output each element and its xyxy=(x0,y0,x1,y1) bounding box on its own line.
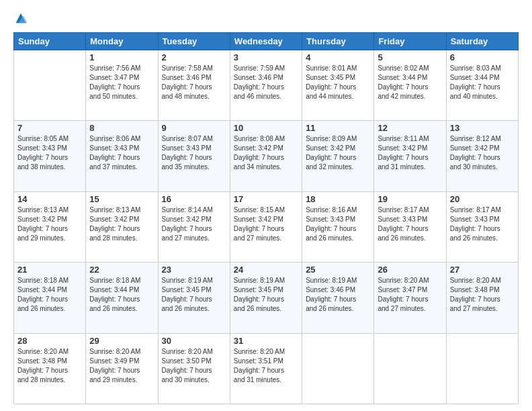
calendar-cell: 30Sunrise: 8:20 AM Sunset: 3:50 PM Dayli… xyxy=(158,333,230,404)
day-number: 19 xyxy=(378,194,442,204)
day-number: 7 xyxy=(17,123,82,133)
day-number: 20 xyxy=(450,194,515,204)
day-info: Sunrise: 8:20 AM Sunset: 3:50 PM Dayligh… xyxy=(162,347,226,385)
calendar-cell: 4Sunrise: 8:01 AM Sunset: 3:45 PM Daylig… xyxy=(302,50,374,121)
day-number: 5 xyxy=(378,52,442,62)
day-info: Sunrise: 8:14 AM Sunset: 3:42 PM Dayligh… xyxy=(162,205,226,243)
day-number: 8 xyxy=(89,123,154,133)
calendar-cell: 1Sunrise: 7:56 AM Sunset: 3:47 PM Daylig… xyxy=(86,50,158,121)
calendar-cell: 31Sunrise: 8:20 AM Sunset: 3:51 PM Dayli… xyxy=(230,333,302,404)
day-info: Sunrise: 8:19 AM Sunset: 3:45 PM Dayligh… xyxy=(234,276,298,314)
day-number: 30 xyxy=(162,336,226,346)
day-number: 14 xyxy=(17,194,82,204)
day-info: Sunrise: 8:20 AM Sunset: 3:51 PM Dayligh… xyxy=(234,347,298,385)
day-number: 17 xyxy=(234,194,298,204)
day-number: 24 xyxy=(234,265,298,275)
day-number: 28 xyxy=(17,336,82,346)
day-info: Sunrise: 8:16 AM Sunset: 3:43 PM Dayligh… xyxy=(306,205,370,243)
day-number: 6 xyxy=(450,52,515,62)
calendar-cell: 28Sunrise: 8:20 AM Sunset: 3:48 PM Dayli… xyxy=(14,333,86,404)
calendar-cell: 18Sunrise: 8:16 AM Sunset: 3:43 PM Dayli… xyxy=(302,191,374,262)
day-info: Sunrise: 8:09 AM Sunset: 3:42 PM Dayligh… xyxy=(306,134,370,172)
calendar-cell: 17Sunrise: 8:15 AM Sunset: 3:42 PM Dayli… xyxy=(230,191,302,262)
day-info: Sunrise: 8:07 AM Sunset: 3:43 PM Dayligh… xyxy=(162,134,226,172)
calendar-cell: 15Sunrise: 8:13 AM Sunset: 3:42 PM Dayli… xyxy=(86,191,158,262)
calendar-cell: 29Sunrise: 8:20 AM Sunset: 3:49 PM Dayli… xyxy=(86,333,158,404)
calendar-cell: 2Sunrise: 7:58 AM Sunset: 3:46 PM Daylig… xyxy=(158,50,230,121)
day-number: 4 xyxy=(306,52,370,62)
day-header-sunday: Sunday xyxy=(14,33,86,50)
day-number: 1 xyxy=(89,52,154,62)
calendar-cell: 20Sunrise: 8:17 AM Sunset: 3:43 PM Dayli… xyxy=(446,191,518,262)
day-number: 21 xyxy=(17,265,82,275)
calendar-week-3: 14Sunrise: 8:13 AM Sunset: 3:42 PM Dayli… xyxy=(14,191,519,262)
day-number: 23 xyxy=(162,265,226,275)
day-number: 31 xyxy=(234,336,298,346)
calendar-cell: 10Sunrise: 8:08 AM Sunset: 3:42 PM Dayli… xyxy=(230,121,302,191)
calendar-cell: 27Sunrise: 8:20 AM Sunset: 3:48 PM Dayli… xyxy=(446,263,518,333)
calendar-cell: 19Sunrise: 8:17 AM Sunset: 3:43 PM Dayli… xyxy=(374,191,446,262)
calendar-cell: 11Sunrise: 8:09 AM Sunset: 3:42 PM Dayli… xyxy=(302,121,374,191)
day-number: 29 xyxy=(89,336,154,346)
calendar-cell: 5Sunrise: 8:02 AM Sunset: 3:44 PM Daylig… xyxy=(374,50,446,121)
day-info: Sunrise: 8:13 AM Sunset: 3:42 PM Dayligh… xyxy=(17,205,82,243)
calendar-cell: 21Sunrise: 8:18 AM Sunset: 3:44 PM Dayli… xyxy=(14,263,86,333)
calendar-header-row: SundayMondayTuesdayWednesdayThursdayFrid… xyxy=(14,33,519,50)
calendar-cell: 25Sunrise: 8:19 AM Sunset: 3:46 PM Dayli… xyxy=(302,263,374,333)
day-number: 3 xyxy=(234,52,298,62)
day-info: Sunrise: 8:03 AM Sunset: 3:44 PM Dayligh… xyxy=(450,64,515,101)
day-info: Sunrise: 8:20 AM Sunset: 3:47 PM Dayligh… xyxy=(378,276,442,314)
day-number: 27 xyxy=(450,265,515,275)
day-info: Sunrise: 8:18 AM Sunset: 3:44 PM Dayligh… xyxy=(17,276,82,314)
calendar-cell: 22Sunrise: 8:18 AM Sunset: 3:44 PM Dayli… xyxy=(86,263,158,333)
day-info: Sunrise: 8:11 AM Sunset: 3:42 PM Dayligh… xyxy=(378,134,442,172)
day-info: Sunrise: 8:12 AM Sunset: 3:42 PM Dayligh… xyxy=(450,134,515,172)
header xyxy=(13,11,519,26)
day-number: 9 xyxy=(162,123,226,133)
day-info: Sunrise: 8:08 AM Sunset: 3:42 PM Dayligh… xyxy=(234,134,298,172)
day-number: 25 xyxy=(306,265,370,275)
logo xyxy=(13,11,31,26)
day-info: Sunrise: 8:20 AM Sunset: 3:48 PM Dayligh… xyxy=(450,276,515,314)
day-info: Sunrise: 8:19 AM Sunset: 3:46 PM Dayligh… xyxy=(306,276,370,314)
calendar-week-4: 21Sunrise: 8:18 AM Sunset: 3:44 PM Dayli… xyxy=(14,263,519,333)
day-info: Sunrise: 7:59 AM Sunset: 3:46 PM Dayligh… xyxy=(234,64,298,101)
day-number: 2 xyxy=(162,52,226,62)
day-info: Sunrise: 8:15 AM Sunset: 3:42 PM Dayligh… xyxy=(234,205,298,243)
calendar-cell: 12Sunrise: 8:11 AM Sunset: 3:42 PM Dayli… xyxy=(374,121,446,191)
calendar-cell: 6Sunrise: 8:03 AM Sunset: 3:44 PM Daylig… xyxy=(446,50,518,121)
calendar-cell: 8Sunrise: 8:06 AM Sunset: 3:43 PM Daylig… xyxy=(86,121,158,191)
day-info: Sunrise: 8:02 AM Sunset: 3:44 PM Dayligh… xyxy=(378,64,442,101)
day-number: 18 xyxy=(306,194,370,204)
calendar-cell: 23Sunrise: 8:19 AM Sunset: 3:45 PM Dayli… xyxy=(158,263,230,333)
day-info: Sunrise: 8:05 AM Sunset: 3:43 PM Dayligh… xyxy=(17,134,82,172)
day-header-saturday: Saturday xyxy=(446,33,518,50)
calendar-cell xyxy=(374,333,446,404)
calendar-cell: 9Sunrise: 8:07 AM Sunset: 3:43 PM Daylig… xyxy=(158,121,230,191)
day-header-monday: Monday xyxy=(86,33,158,50)
day-header-wednesday: Wednesday xyxy=(230,33,302,50)
calendar-cell: 7Sunrise: 8:05 AM Sunset: 3:43 PM Daylig… xyxy=(14,121,86,191)
calendar-cell: 26Sunrise: 8:20 AM Sunset: 3:47 PM Dayli… xyxy=(374,263,446,333)
day-number: 16 xyxy=(162,194,226,204)
calendar-cell: 13Sunrise: 8:12 AM Sunset: 3:42 PM Dayli… xyxy=(446,121,518,191)
day-info: Sunrise: 8:13 AM Sunset: 3:42 PM Dayligh… xyxy=(89,205,154,243)
day-info: Sunrise: 8:01 AM Sunset: 3:45 PM Dayligh… xyxy=(306,64,370,101)
day-info: Sunrise: 7:58 AM Sunset: 3:46 PM Dayligh… xyxy=(162,64,226,101)
logo-icon xyxy=(13,11,28,26)
day-number: 10 xyxy=(234,123,298,133)
day-info: Sunrise: 7:56 AM Sunset: 3:47 PM Dayligh… xyxy=(89,64,154,101)
calendar: SundayMondayTuesdayWednesdayThursdayFrid… xyxy=(13,32,519,404)
day-number: 12 xyxy=(378,123,442,133)
calendar-cell xyxy=(14,50,86,121)
day-number: 13 xyxy=(450,123,515,133)
calendar-week-2: 7Sunrise: 8:05 AM Sunset: 3:43 PM Daylig… xyxy=(14,121,519,191)
calendar-cell xyxy=(302,333,374,404)
day-header-friday: Friday xyxy=(374,33,446,50)
day-header-tuesday: Tuesday xyxy=(158,33,230,50)
day-number: 15 xyxy=(89,194,154,204)
calendar-cell: 16Sunrise: 8:14 AM Sunset: 3:42 PM Dayli… xyxy=(158,191,230,262)
calendar-cell xyxy=(446,333,518,404)
day-info: Sunrise: 8:17 AM Sunset: 3:43 PM Dayligh… xyxy=(378,205,442,243)
day-number: 11 xyxy=(306,123,370,133)
